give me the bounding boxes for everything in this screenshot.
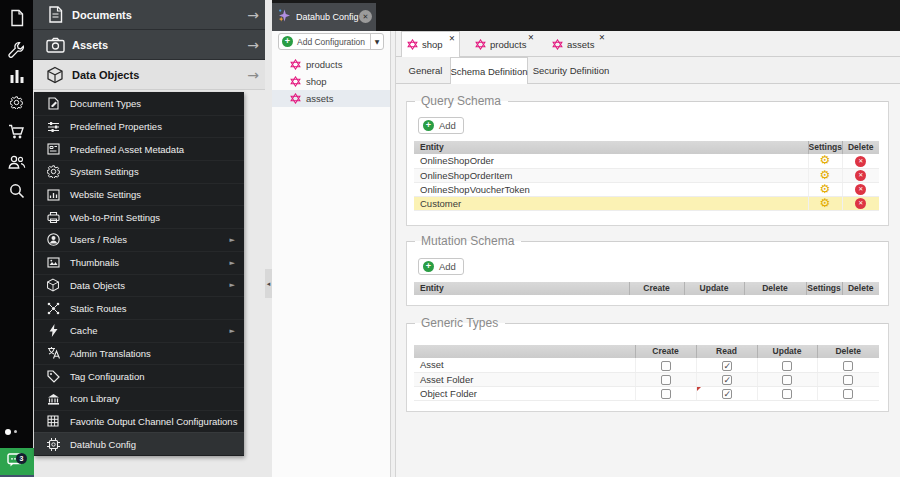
query-row-OnlineShopOrder[interactable]: OnlineShopOrder⚙✕ [414,154,879,168]
update-checkbox[interactable] [782,361,792,371]
create-cell [635,372,696,386]
collapse-handle[interactable]: ◂ [265,269,272,298]
submenu-item-web-to-print-settings[interactable]: Web-to-Print Settings [34,205,244,228]
tree-item-assets[interactable]: assets [272,90,390,107]
query-row-Customer[interactable]: Customer⚙✕ [414,196,879,210]
column-header[interactable]: Settings [806,282,842,295]
website-chart-icon [46,188,60,202]
menu-item-documents[interactable]: Documents→ [33,0,265,30]
close-icon[interactable]: ✕ [449,34,455,43]
delete-circle-icon[interactable]: ✕ [855,184,866,195]
submenu-item-datahub-config[interactable]: Datahub Config [34,432,244,455]
read-checkbox[interactable] [722,389,732,399]
bank-icon [46,392,60,406]
column-header[interactable]: Create [629,282,684,295]
submenu-item-system-settings[interactable]: System Settings [34,160,244,183]
submenu-item-data-objects[interactable]: Data Objects► [34,274,244,297]
close-icon[interactable]: ✕ [528,33,534,42]
column-header[interactable] [414,345,635,358]
query-row-OnlineShopOrderItem[interactable]: OnlineShopOrderItem⚙✕ [414,168,879,182]
submenu-item-icon-library[interactable]: Icon Library [34,387,244,410]
submenu-item-static-routes[interactable]: Static Routes [34,296,244,319]
menu-item-assets[interactable]: Assets→ [33,30,265,60]
delete-checkbox[interactable] [843,361,853,371]
tab-label: products [490,39,526,50]
section-tab-general[interactable]: General [401,57,450,84]
add-configuration-main[interactable]: + Add Configuration [279,34,370,49]
menu-item-data-objects[interactable]: Data Objects→ [33,60,265,90]
submenu-item-admin-translations[interactable]: Admin Translations [34,342,244,365]
column-header[interactable]: Read [696,345,757,358]
mutation-add-button[interactable]: + Add [418,258,464,275]
read-checkbox[interactable] [722,361,732,371]
sidebar-users-icon[interactable] [0,150,33,174]
delete-circle-icon[interactable]: ✕ [855,170,866,181]
tree-item-products[interactable]: products [272,56,390,73]
sidebar-search-icon[interactable] [0,179,33,203]
delete-checkbox[interactable] [843,375,853,385]
column-header[interactable]: Delete [842,282,879,295]
read-checkbox[interactable] [722,375,732,385]
close-tab-button[interactable]: ✕ [359,10,372,23]
sidebar-wrench-icon[interactable] [0,37,33,61]
delete-checkbox[interactable] [843,389,853,399]
column-header[interactable]: Settings [808,141,842,154]
submenu-item-website-settings[interactable]: Website Settings [34,183,244,206]
delete-circle-icon[interactable]: ✕ [855,156,866,167]
gear-icon[interactable]: ⚙ [820,196,831,210]
add-button-label: Add [439,120,456,131]
hexagram-icon [402,39,418,50]
gear-icon[interactable]: ⚙ [820,182,831,196]
mutation-schema-legend: Mutation Schema [415,233,521,249]
submenu-item-thumbnails[interactable]: Thumbnails► [34,251,244,274]
column-header[interactable]: Update [757,345,817,358]
update-checkbox[interactable] [782,375,792,385]
submenu-item-document-types[interactable]: Document Types [34,92,244,115]
submenu-item-favorite-output-channel-configurations[interactable]: Favorite Output Channel Configurations [34,410,244,433]
sidebar-gear-icon[interactable] [0,90,33,114]
section-tab-schema-definition[interactable]: Schema Definition [450,57,528,84]
plus-circle-icon: + [423,261,434,272]
submenu-item-tag-configuration[interactable]: Tag Configuration [34,364,244,387]
column-header[interactable]: Create [635,345,696,358]
dropdown-arrow-icon[interactable]: ▼ [370,34,383,49]
column-header[interactable]: Entity [414,282,629,295]
query-row-OnlineShopVoucherToken[interactable]: OnlineShopVoucherToken⚙✕ [414,182,879,196]
gear-icon[interactable]: ⚙ [820,168,831,182]
column-header[interactable]: Delete [842,141,879,154]
query-add-button[interactable]: + Add [418,117,464,134]
cube-icon [46,278,60,292]
create-checkbox[interactable] [661,375,671,385]
tab-datahub-config[interactable]: Datahub Config ✕ [272,3,376,31]
update-checkbox[interactable] [782,389,792,399]
column-header[interactable]: Update [684,282,744,295]
submenu-item-cache[interactable]: Cache► [34,319,244,342]
close-icon[interactable]: ✕ [599,33,605,42]
delete-circle-icon[interactable]: ✕ [855,198,866,209]
pager-dot[interactable] [14,430,17,433]
submenu-item-label: Web-to-Print Settings [70,212,160,223]
sidebar-bar-chart-icon[interactable] [0,64,33,88]
chat-button[interactable]: 3 [0,448,34,475]
config-tab-assets[interactable]: assets✕ [547,31,609,57]
column-header[interactable]: Delete [817,345,879,358]
config-tab-products[interactable]: products✕ [470,31,538,57]
section-tab-security-definition[interactable]: Security Definition [528,57,614,84]
sidebar-cart-icon[interactable] [0,120,33,144]
create-checkbox[interactable] [661,361,671,371]
sidebar-file-icon[interactable] [0,6,33,30]
submenu-item-predefined-asset-metadata[interactable]: Predefined Asset Metadata [34,137,244,160]
pimcore-admin-app: 3 Documents→Assets→Data Objects→ Documen… [0,0,900,477]
pager-dot-active[interactable] [5,429,11,435]
fieldset-legend: Mutation Schema [407,233,888,249]
config-tab-shop[interactable]: shop✕ [401,31,460,57]
column-header[interactable]: Entity [414,141,808,154]
submenu-item-users-roles[interactable]: Users / Roles► [34,228,244,251]
add-configuration-button[interactable]: + Add Configuration ▼ [278,33,384,50]
column-header[interactable]: Delete [744,282,806,295]
tree-item-shop[interactable]: shop [272,73,390,90]
submenu-item-predefined-properties[interactable]: Predefined Properties [34,115,244,138]
gear-icon[interactable]: ⚙ [820,154,831,167]
create-checkbox[interactable] [661,389,671,399]
sidebar-pager-dots[interactable] [0,427,33,437]
